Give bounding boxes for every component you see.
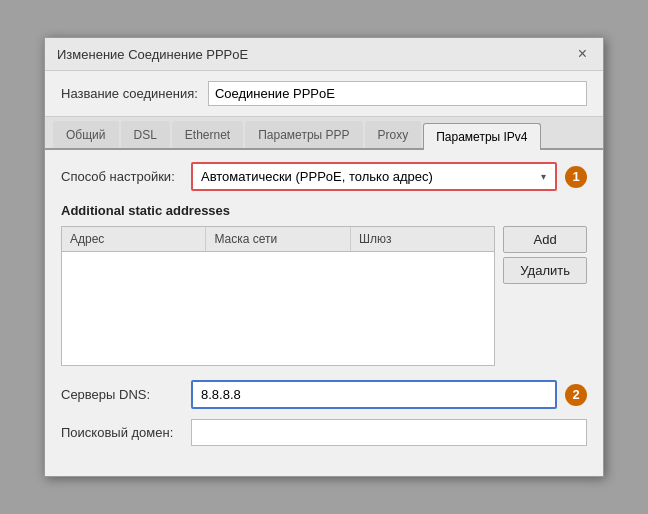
- table-body: [62, 252, 494, 362]
- tab-ipv4[interactable]: Параметры IPv4: [423, 123, 540, 150]
- search-domain-label: Поисковый домен:: [61, 425, 191, 440]
- dns-input-wrapper: [191, 380, 557, 409]
- table-header: Адрес Маска сети Шлюз: [62, 227, 494, 252]
- col-netmask: Маска сети: [206, 227, 350, 251]
- tab-obshiy[interactable]: Общий: [53, 121, 119, 148]
- delete-button[interactable]: Удалить: [503, 257, 587, 284]
- addresses-section-title: Additional static addresses: [61, 203, 587, 218]
- col-address: Адрес: [62, 227, 206, 251]
- tab-bar: Общий DSL Ethernet Параметры PPP Proxy П…: [45, 117, 603, 150]
- tab-ethernet[interactable]: Ethernet: [172, 121, 243, 148]
- method-badge: 1: [565, 166, 587, 188]
- dns-input[interactable]: [193, 382, 555, 407]
- dns-badge: 2: [565, 384, 587, 406]
- col-gateway: Шлюз: [351, 227, 494, 251]
- dns-label: Серверы DNS:: [61, 387, 191, 402]
- connection-name-input[interactable]: [208, 81, 587, 106]
- tab-ppp[interactable]: Параметры PPP: [245, 121, 362, 148]
- search-domain-input[interactable]: [191, 419, 587, 446]
- method-select-wrapper: Автоматически (PPPoE, только адрес)Автом…: [191, 162, 557, 191]
- dialog-title: Изменение Соединение PPPoE: [57, 47, 248, 62]
- title-bar: Изменение Соединение PPPoE ×: [45, 38, 603, 71]
- dialog-window: Изменение Соединение PPPoE × Название со…: [44, 37, 604, 477]
- dns-row: Серверы DNS: 2: [61, 380, 587, 409]
- add-button[interactable]: Add: [503, 226, 587, 253]
- dropdown-arrow-icon: ▾: [531, 171, 555, 182]
- search-domain-row: Поисковый домен:: [61, 419, 587, 446]
- close-button[interactable]: ×: [574, 46, 591, 62]
- tab-dsl[interactable]: DSL: [121, 121, 170, 148]
- tab-proxy[interactable]: Proxy: [365, 121, 422, 148]
- method-row: Способ настройки: Автоматически (PPPoE, …: [61, 162, 587, 191]
- connection-name-row: Название соединения:: [45, 71, 603, 117]
- method-select[interactable]: Автоматически (PPPoE, только адрес)Автом…: [193, 164, 531, 189]
- tab-content: Способ настройки: Автоматически (PPPoE, …: [45, 150, 603, 466]
- table-buttons: Add Удалить: [503, 226, 587, 366]
- connection-name-label: Название соединения:: [61, 86, 198, 101]
- addresses-table: Адрес Маска сети Шлюз: [61, 226, 495, 366]
- method-label: Способ настройки:: [61, 169, 191, 184]
- addresses-table-section: Адрес Маска сети Шлюз Add Удалить: [61, 226, 587, 366]
